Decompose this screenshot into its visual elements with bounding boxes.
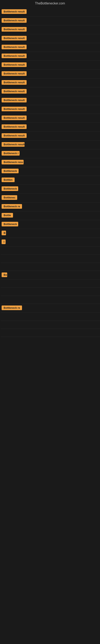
bottleneck-section: Bottleneck result <box>1 140 100 149</box>
bottleneck-section: Bottleneck result <box>1 78 100 87</box>
bottleneck-section <box>1 255 100 263</box>
bottleneck-section: Bottleneck result <box>1 52 100 61</box>
bottleneck-section: I <box>1 238 100 247</box>
bottleneck-section: Bottleneck result <box>1 70 100 78</box>
bottleneck-section: Bottle <box>1 211 100 220</box>
bottleneck-badge[interactable]: Bottlenec <box>1 195 17 200</box>
bottleneck-section: Bottleneck result <box>1 132 100 140</box>
bottleneck-badge[interactable]: Bottleneck <box>1 186 18 191</box>
bottleneck-section: Bottleneck result <box>1 105 100 114</box>
bottleneck-section <box>1 247 100 255</box>
bottleneck-badge[interactable]: Bottleneck result <box>1 142 25 147</box>
bottleneck-section <box>1 321 100 329</box>
bottleneck-section: Bo <box>1 271 100 280</box>
bottleneck-badge[interactable]: Bottleneck result <box>1 71 27 76</box>
bottleneck-section <box>1 280 100 288</box>
bottleneck-section: Bottleneck result <box>1 114 100 123</box>
bottleneck-section: Bottleneck <box>1 167 100 176</box>
bottleneck-badge[interactable]: Bottleneck result <box>1 80 27 85</box>
bottleneck-section: Bottleneck r <box>1 149 100 158</box>
site-title: TheBottlenecker.com <box>0 0 100 8</box>
page-wrapper: TheBottlenecker.com Bottleneck resultBot… <box>0 0 100 337</box>
bottleneck-badge[interactable]: Bottleneck result <box>1 27 27 32</box>
bottleneck-badge[interactable]: Bottleneck result <box>1 116 27 120</box>
bottleneck-badge[interactable]: Bottleneck result <box>1 18 27 23</box>
bottleneck-section: Bottleneck result <box>1 16 100 25</box>
bottleneck-badge[interactable]: Bottle <box>1 213 13 218</box>
bottleneck-badge[interactable]: Bottleneck result <box>1 89 27 94</box>
bottleneck-badge[interactable]: Bottleneck re <box>1 204 22 209</box>
bottleneck-section: Bottlenec <box>1 194 100 202</box>
bottleneck-section: Bottleneck <box>1 220 100 229</box>
bottleneck-badge[interactable]: Bottleneck result <box>1 98 27 102</box>
bottleneck-badge[interactable]: Bottleneck result <box>1 124 27 129</box>
bottleneck-section: Bottleneck result <box>1 25 100 34</box>
bottleneck-badge[interactable]: Bottleneck re <box>1 306 22 310</box>
bottleneck-section <box>1 296 100 304</box>
bottleneck-section: Bottleneck re <box>1 202 100 211</box>
bottleneck-badge[interactable]: Bottleneck result <box>1 133 27 138</box>
bottleneck-section <box>1 288 100 296</box>
bottleneck-badge[interactable]: Bottleneck resu <box>1 160 24 164</box>
bottleneck-badge[interactable]: I <box>1 240 6 244</box>
bottleneck-badge[interactable]: Bottleneck result <box>1 54 27 58</box>
bottleneck-badge[interactable]: Bottleneck <box>1 222 18 226</box>
bottleneck-badge[interactable]: B <box>1 231 6 235</box>
bottleneck-badge[interactable]: Bottleneck result <box>1 9 27 14</box>
bottleneck-section: Bottlen <box>1 176 100 185</box>
bottleneck-section: Bottleneck resu <box>1 158 100 167</box>
bottleneck-badge[interactable]: Bo <box>1 272 7 277</box>
bottleneck-section: Bottleneck result <box>1 34 100 43</box>
bottleneck-badge[interactable]: Bottleneck result <box>1 62 27 67</box>
bottleneck-section: B <box>1 229 100 238</box>
bottleneck-section <box>1 313 100 321</box>
bottleneck-section: Bottleneck result <box>1 87 100 96</box>
bottleneck-badge[interactable]: Bottleneck <box>1 169 19 173</box>
bottleneck-section: Bottleneck result <box>1 8 100 16</box>
bottleneck-badge[interactable]: Bottleneck result <box>1 36 27 40</box>
bottleneck-badge[interactable]: Bottleneck r <box>1 151 20 156</box>
bottleneck-badge[interactable]: Bottlen <box>1 178 15 182</box>
bottleneck-section: Bottleneck result <box>1 96 100 105</box>
bottleneck-section <box>1 329 100 337</box>
bottleneck-section: Bottleneck result <box>1 43 100 52</box>
bottleneck-section: Bottleneck result <box>1 123 100 132</box>
bottleneck-section: Bottleneck re <box>1 304 100 313</box>
bottleneck-badge[interactable]: Bottleneck result <box>1 45 27 49</box>
bottleneck-section: Bottleneck result <box>1 61 100 70</box>
bottleneck-section <box>1 263 100 271</box>
items-container: Bottleneck resultBottleneck resultBottle… <box>0 8 100 337</box>
bottleneck-section: Bottleneck <box>1 185 100 194</box>
bottleneck-badge[interactable]: Bottleneck result <box>1 107 27 111</box>
